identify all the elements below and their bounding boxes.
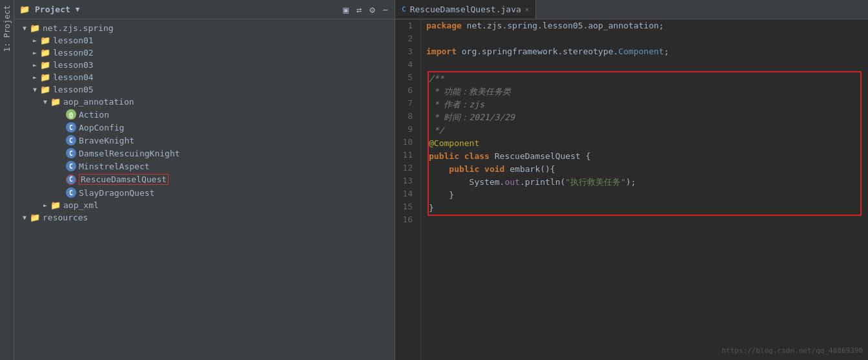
code-line-14: } [429, 189, 860, 202]
label-lesson04: lesson04 [53, 72, 94, 82]
left-strip: 1: Project [0, 0, 14, 360]
code-line-13: System.out.println("执行救美任务"); [429, 176, 860, 189]
tree-item-lesson03[interactable]: ► 📁 lesson03 [14, 59, 395, 71]
tree-item-damselrescuingknight[interactable]: C DamselRescuingKnight [14, 147, 395, 160]
code-line-3: import org.springframework.stereotype.Co… [426, 45, 863, 58]
ln-3: 3 [400, 45, 413, 58]
tree-item-braveknight[interactable]: C BraveKnight [14, 134, 395, 147]
folder-icon: 📁 [19, 5, 30, 14]
badge-annotation-action: @ [66, 109, 76, 120]
arrow-lesson04: ► [30, 74, 40, 81]
tree-item-resources[interactable]: ▼ 📁 resources [14, 211, 395, 224]
arrow-lesson02: ► [30, 49, 40, 56]
tree-item-minstrelaspect[interactable]: C MinstrelAspect [14, 160, 395, 173]
tree-item-rescuedamselquest[interactable]: C RescueDamselQuest [14, 173, 395, 186]
globe-icon[interactable]: ▣ [342, 3, 349, 16]
label-lesson02: lesson02 [53, 48, 94, 58]
ln-16: 16 [400, 213, 413, 226]
watermark: https://blog.csdn.net/qq_48869390 [721, 344, 863, 357]
editor-tabs: C RescueDamselQuest.java × [395, 0, 868, 19]
tree-item-slaydragonquest[interactable]: C SlayDragonQuest [14, 186, 395, 199]
code-line-16 [426, 216, 863, 229]
code-line-2 [426, 32, 863, 45]
label-resources: resources [43, 213, 88, 222]
code-line-10: @Component [429, 137, 860, 150]
folder-icon-lesson05: 📁 [40, 85, 50, 94]
folder-icon-net-zjs-spring: 📁 [30, 24, 40, 33]
ln-2: 2 [400, 32, 413, 45]
tree-item-aopconfig[interactable]: C AopConfig [14, 121, 395, 134]
label-action: Action [79, 110, 109, 120]
label-slaydragonquest: SlayDragonQuest [79, 188, 154, 198]
minimize-icon[interactable]: − [382, 3, 389, 16]
tab-rescuedamselquest[interactable]: C RescueDamselQuest.java × [395, 0, 536, 19]
sliders-icon[interactable]: ⇄ [355, 3, 363, 16]
tab-close-button[interactable]: × [525, 5, 530, 14]
line-numbers: 1 2 3 4 5 6 7 8 9 10 11 12 13 14 15 16 [395, 19, 421, 360]
label-braveknight: BraveKnight [79, 136, 134, 145]
tree-item-net-zjs-spring[interactable]: ▼ 📁 net.zjs.spring [14, 22, 395, 34]
folder-icon-lesson04: 📁 [40, 73, 50, 82]
code-line-11: public class RescueDamselQuest { [429, 150, 860, 163]
tree-item-lesson05[interactable]: ▼ 📁 lesson05 [14, 83, 395, 96]
folder-icon-aop-xml: 📁 [50, 201, 61, 210]
folder-icon-aop-annotation: 📁 [50, 98, 61, 107]
badge-class-rescue: C [66, 175, 76, 185]
badge-class-damsel: C [66, 148, 76, 158]
arrow-resources: ▼ [19, 214, 30, 221]
sidebar: 📁 Project ▼ ▣ ⇄ ⚙ − ▼ 📁 net.zjs.spring ►… [14, 0, 395, 360]
ln-8: 8 [400, 110, 413, 123]
tree-item-lesson04[interactable]: ► 📁 lesson04 [14, 71, 395, 83]
tree-item-aop-annotation[interactable]: ▼ 📁 aop_annotation [14, 96, 395, 108]
badge-class-slay: C [66, 187, 76, 198]
arrow-net-zjs-spring: ▼ [19, 25, 30, 32]
ln-7: 7 [400, 97, 413, 110]
code-line-4 [426, 58, 863, 71]
label-lesson05: lesson05 [53, 85, 94, 94]
file-tree: ▼ 📁 net.zjs.spring ► 📁 lesson01 ► 📁 less… [14, 19, 395, 360]
gear-icon[interactable]: ⚙ [368, 3, 376, 16]
tab-badge: C [402, 5, 406, 14]
badge-class-aopconfig: C [66, 122, 76, 132]
code-line-12: public void embark(){ [429, 163, 860, 176]
ln-4: 4 [400, 58, 413, 71]
ln-11: 11 [400, 149, 413, 162]
folder-icon-lesson02: 📁 [40, 48, 50, 58]
folder-icon-lesson01: 📁 [40, 36, 50, 45]
label-damselrescuingknight: DamselRescuingKnight [79, 149, 180, 158]
code-line-1: package net.zjs.spring.lesson05.aop_anno… [426, 19, 863, 32]
sidebar-toolbar: ▣ ⇄ ⚙ − [342, 3, 389, 16]
tree-item-lesson01[interactable]: ► 📁 lesson01 [14, 34, 395, 47]
code-line-9: */ [429, 124, 860, 137]
label-aop-annotation: aop_annotation [63, 97, 134, 107]
ln-5: 5 [400, 71, 413, 84]
label-lesson01: lesson01 [53, 36, 94, 45]
label-aop-xml: aop_xml [63, 200, 99, 210]
code-line-8: * 时间：2021/3/29 [429, 111, 860, 124]
sidebar-header: 📁 Project ▼ ▣ ⇄ ⚙ − [14, 0, 395, 19]
dropdown-arrow[interactable]: ▼ [76, 5, 80, 14]
ln-9: 9 [400, 123, 413, 136]
arrow-aop-xml: ► [40, 202, 50, 209]
tree-item-aop-xml[interactable]: ► 📁 aop_xml [14, 199, 395, 211]
tab-label: RescueDamselQuest.java [410, 5, 521, 14]
ln-12: 12 [400, 162, 413, 175]
label-lesson03: lesson03 [53, 60, 94, 70]
code-line-15: } [429, 202, 860, 215]
label-aopconfig: AopConfig [79, 123, 124, 132]
editor-body: 1 2 3 4 5 6 7 8 9 10 11 12 13 14 15 16 p… [395, 19, 868, 360]
arrow-lesson03: ► [30, 61, 40, 69]
project-tab-label[interactable]: 1: Project [0, 0, 14, 57]
editor: C RescueDamselQuest.java × 1 2 3 4 5 6 7… [395, 0, 868, 360]
arrow-lesson05: ▼ [30, 86, 40, 93]
code-line-6: * 功能：救美任务类 [429, 85, 860, 98]
code-line-5: /** [429, 72, 860, 85]
ln-1: 1 [400, 19, 413, 32]
sidebar-title: Project [35, 5, 70, 14]
arrow-lesson01: ► [30, 37, 40, 44]
tree-item-lesson02[interactable]: ► 📁 lesson02 [14, 47, 395, 59]
tree-item-action[interactable]: @ Action [14, 108, 395, 121]
arrow-aop-annotation: ▼ [40, 98, 50, 105]
ln-15: 15 [400, 200, 413, 213]
code-area[interactable]: package net.zjs.spring.lesson05.aop_anno… [421, 19, 868, 360]
